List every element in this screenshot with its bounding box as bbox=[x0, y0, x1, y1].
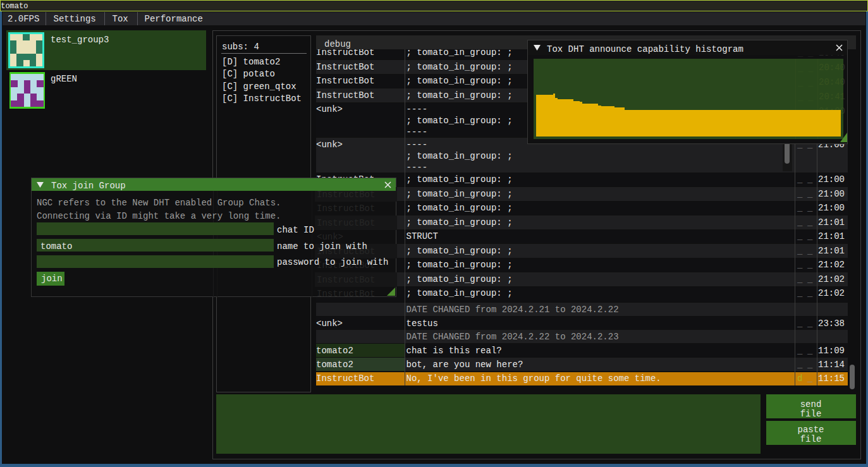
svg-text:_: _ bbox=[807, 63, 814, 73]
svg-text:20:41: 20:41 bbox=[819, 92, 843, 102]
svg-text:20:40: 20:40 bbox=[819, 63, 843, 73]
svg-text:_: _ bbox=[807, 78, 814, 88]
svg-text:_: _ bbox=[807, 92, 814, 102]
svg-text:20:40: 20:40 bbox=[819, 77, 843, 87]
svg-text:_: _ bbox=[797, 78, 804, 88]
svg-text:_: _ bbox=[797, 92, 804, 102]
svg-text:_: _ bbox=[797, 63, 804, 73]
